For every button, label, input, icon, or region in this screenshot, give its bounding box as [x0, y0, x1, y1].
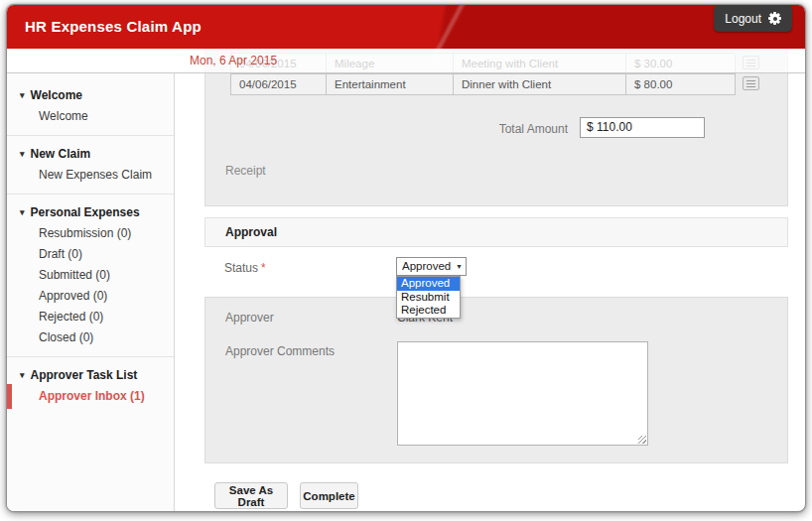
app-title: HR Expenses Claim App: [25, 5, 202, 49]
complete-button[interactable]: Complete: [300, 482, 358, 509]
total-amount-field[interactable]: $ 110.00: [580, 117, 705, 138]
approver-comments-label: Approver Comments: [225, 344, 335, 358]
app-window: HR Expenses Claim App Logout ▾Welcome We…: [6, 4, 806, 512]
sidebar-item-submitted[interactable]: Submitted (0): [7, 265, 174, 286]
sidebar-section-new-claim[interactable]: ▾New Claim: [7, 144, 174, 165]
status-option-approved[interactable]: Approved: [397, 277, 460, 291]
sidebar-divider: [7, 135, 174, 136]
sidebar-item-draft[interactable]: Draft (0): [7, 244, 174, 265]
expense-amount-cell[interactable]: $ 80.00: [626, 74, 736, 95]
sidebar-item-approver-inbox[interactable]: Approver Inbox (1): [7, 386, 174, 407]
status-select[interactable]: Approved ▼: [396, 257, 467, 276]
sidebar-section-personal-expenses[interactable]: ▾Personal Expenses: [7, 202, 174, 223]
active-item-marker: [7, 384, 12, 409]
approver-panel: Approver Clark Kent Approver Comments: [204, 297, 788, 463]
section-collapse-icon: ▾: [20, 85, 25, 106]
logout-label: Logout: [725, 12, 761, 26]
approval-section-header: Approval: [204, 217, 788, 247]
sidebar: ▾Welcome Welcome ▾New Claim New Expenses…: [7, 73, 175, 511]
sidebar-divider: [7, 356, 174, 357]
sidebar-item-welcome[interactable]: Welcome: [7, 106, 174, 127]
gear-icon: [768, 12, 781, 25]
sidebar-section-welcome[interactable]: ▾Welcome: [7, 85, 174, 106]
section-collapse-icon: ▾: [20, 365, 25, 386]
app-header: HR Expenses Claim App: [7, 5, 806, 49]
expense-date-cell[interactable]: 04/06/2015: [231, 74, 327, 95]
sidebar-item-rejected[interactable]: Rejected (0): [7, 307, 174, 327]
status-label: Status*: [224, 261, 266, 275]
save-as-draft-button[interactable]: Save As Draft: [214, 482, 288, 509]
sidebar-item-approved[interactable]: Approved (0): [7, 286, 174, 307]
expense-type-cell[interactable]: Entertainment: [327, 74, 454, 95]
current-date: Mon, 6 Apr 2015: [190, 49, 277, 73]
sidebar-item-new-expenses-claim[interactable]: New Expenses Claim: [7, 165, 174, 186]
status-option-resubmit[interactable]: Resubmit: [397, 291, 460, 305]
sidebar-section-approver-task-list[interactable]: ▾Approver Task List: [7, 365, 174, 386]
row-detail-icon[interactable]: [743, 76, 759, 90]
status-dropdown-list: Approved Resubmit Rejected: [396, 276, 461, 319]
sidebar-nav: ▾Welcome Welcome ▾New Claim New Expenses…: [7, 73, 174, 407]
expense-description-cell[interactable]: Dinner with Client: [454, 74, 626, 95]
sidebar-item-closed[interactable]: Closed (0): [7, 327, 174, 348]
sticky-header-strip: Mon, 6 Apr 2015: [7, 49, 806, 73]
approver-label: Approver: [225, 311, 274, 325]
approver-comments-textarea[interactable]: [397, 341, 648, 446]
section-collapse-icon: ▾: [20, 144, 25, 165]
status-option-rejected[interactable]: Rejected: [397, 304, 460, 318]
sidebar-item-resubmission[interactable]: Resubmission (0): [7, 223, 174, 244]
section-collapse-icon: ▾: [20, 202, 25, 223]
total-amount-label: Total Amount: [369, 122, 568, 136]
receipt-label: Receipt: [225, 164, 266, 178]
logout-button[interactable]: Logout: [714, 5, 792, 32]
chevron-down-icon: ▼: [456, 258, 463, 275]
required-marker: *: [261, 261, 266, 275]
sidebar-divider: [7, 194, 174, 195]
screenshot-stage: HR Expenses Claim App Logout ▾Welcome We…: [0, 0, 812, 521]
